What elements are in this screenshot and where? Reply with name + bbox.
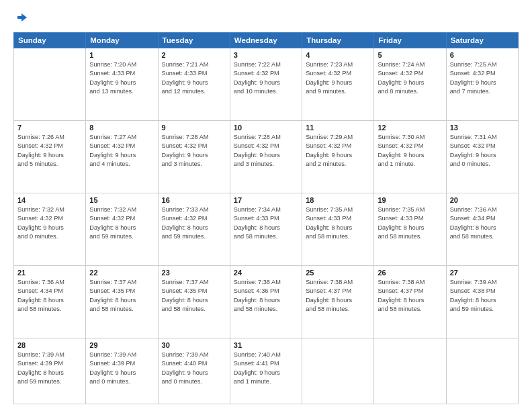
sunrise-text: Sunrise: 7:27 AM <box>89 134 136 140</box>
calendar-cell: 10Sunrise: 7:28 AMSunset: 4:32 PMDayligh… <box>230 120 302 193</box>
sunrise-text: Sunrise: 7:28 AM <box>234 134 281 140</box>
weekday-header-wednesday: Wednesday <box>230 33 302 48</box>
day-info: Sunrise: 7:25 AMSunset: 4:32 PMDaylight:… <box>450 60 515 96</box>
day-number: 19 <box>378 196 442 204</box>
calendar-cell: 26Sunrise: 7:38 AMSunset: 4:37 PMDayligh… <box>374 265 446 338</box>
daylight-text: Daylight: 8 hours <box>17 369 64 376</box>
calendar-cell: 31Sunrise: 7:40 AMSunset: 4:41 PMDayligh… <box>230 338 302 404</box>
sunset-text: Sunset: 4:32 PM <box>306 142 351 149</box>
daylight-text: Daylight: 8 hours <box>450 297 496 304</box>
day-number: 20 <box>450 196 515 204</box>
daylight-text: Daylight: 9 hours <box>89 152 136 158</box>
calendar-cell: 6Sunrise: 7:25 AMSunset: 4:32 PMDaylight… <box>446 48 518 121</box>
day-info: Sunrise: 7:39 AMSunset: 4:40 PMDaylight:… <box>162 351 226 386</box>
sunrise-text: Sunrise: 7:39 AM <box>17 351 64 358</box>
sunset-text: Sunset: 4:33 PM <box>162 70 208 77</box>
day-info: Sunrise: 7:29 AMSunset: 4:32 PMDaylight:… <box>306 133 370 169</box>
daylight-minutes-text: and 59 minutes. <box>89 233 133 240</box>
weekday-header-monday: Monday <box>86 33 158 48</box>
sunset-text: Sunset: 4:35 PM <box>162 287 208 294</box>
calendar-cell: 24Sunrise: 7:38 AMSunset: 4:36 PMDayligh… <box>230 265 302 338</box>
sunset-text: Sunset: 4:32 PM <box>234 70 279 77</box>
day-info: Sunrise: 7:39 AMSunset: 4:39 PMDaylight:… <box>17 351 82 386</box>
sunset-text: Sunset: 4:32 PM <box>17 142 63 149</box>
day-number: 4 <box>306 51 370 59</box>
day-number: 15 <box>89 196 154 204</box>
day-number: 23 <box>162 269 226 277</box>
calendar-cell: 4Sunrise: 7:23 AMSunset: 4:32 PMDaylight… <box>302 48 374 121</box>
svg-marker-0 <box>17 13 27 21</box>
daylight-text: Daylight: 8 hours <box>234 224 280 231</box>
sunset-text: Sunset: 4:32 PM <box>162 142 208 149</box>
daylight-text: Daylight: 9 hours <box>450 79 496 86</box>
sunrise-text: Sunrise: 7:25 AM <box>450 61 497 68</box>
calendar-cell <box>446 338 518 404</box>
daylight-minutes-text: and 0 minutes. <box>162 378 202 385</box>
sunrise-text: Sunrise: 7:39 AM <box>450 279 497 285</box>
day-info: Sunrise: 7:28 AMSunset: 4:32 PMDaylight:… <box>162 133 226 169</box>
sunrise-text: Sunrise: 7:32 AM <box>89 206 136 213</box>
calendar-week-row: 7Sunrise: 7:26 AMSunset: 4:32 PMDaylight… <box>14 120 519 193</box>
daylight-minutes-text: and 58 minutes. <box>450 233 494 240</box>
day-number: 11 <box>306 124 370 132</box>
weekday-header-saturday: Saturday <box>446 33 518 48</box>
day-info: Sunrise: 7:38 AMSunset: 4:37 PMDaylight:… <box>378 278 442 314</box>
calendar-week-row: 14Sunrise: 7:32 AMSunset: 4:32 PMDayligh… <box>14 193 519 265</box>
day-number: 28 <box>17 341 82 349</box>
daylight-minutes-text: and 0 minutes. <box>89 378 130 385</box>
calendar-cell: 30Sunrise: 7:39 AMSunset: 4:40 PMDayligh… <box>158 338 230 404</box>
day-info: Sunrise: 7:20 AMSunset: 4:33 PMDaylight:… <box>89 60 154 96</box>
calendar-week-row: 28Sunrise: 7:39 AMSunset: 4:39 PMDayligh… <box>14 338 519 404</box>
day-info: Sunrise: 7:37 AMSunset: 4:35 PMDaylight:… <box>89 278 154 314</box>
day-number: 2 <box>162 51 226 59</box>
daylight-minutes-text: and 0 minutes. <box>17 233 58 240</box>
sunrise-text: Sunrise: 7:31 AM <box>450 134 497 140</box>
calendar-cell: 8Sunrise: 7:27 AMSunset: 4:32 PMDaylight… <box>86 120 158 193</box>
daylight-minutes-text: and 2 minutes. <box>306 161 346 167</box>
day-info: Sunrise: 7:38 AMSunset: 4:37 PMDaylight:… <box>306 278 370 314</box>
sunrise-text: Sunrise: 7:24 AM <box>378 61 425 68</box>
sunset-text: Sunset: 4:32 PM <box>89 215 135 222</box>
weekday-header-thursday: Thursday <box>302 33 374 48</box>
day-info: Sunrise: 7:32 AMSunset: 4:32 PMDaylight:… <box>17 205 82 241</box>
calendar-cell: 15Sunrise: 7:32 AMSunset: 4:32 PMDayligh… <box>86 193 158 265</box>
sunrise-text: Sunrise: 7:23 AM <box>306 61 353 68</box>
daylight-text: Daylight: 9 hours <box>234 152 280 158</box>
sunrise-text: Sunrise: 7:22 AM <box>234 61 281 68</box>
daylight-minutes-text: and 4 minutes. <box>89 161 130 167</box>
calendar-cell: 29Sunrise: 7:39 AMSunset: 4:39 PMDayligh… <box>86 338 158 404</box>
day-number: 1 <box>89 51 154 59</box>
sunset-text: Sunset: 4:32 PM <box>450 142 496 149</box>
calendar-page: SundayMondayTuesdayWednesdayThursdayFrid… <box>0 0 532 411</box>
sunset-text: Sunset: 4:39 PM <box>89 360 135 367</box>
daylight-text: Daylight: 8 hours <box>89 297 136 304</box>
sunrise-text: Sunrise: 7:36 AM <box>17 279 64 285</box>
day-info: Sunrise: 7:37 AMSunset: 4:35 PMDaylight:… <box>162 278 226 314</box>
day-info: Sunrise: 7:39 AMSunset: 4:39 PMDaylight:… <box>89 351 154 386</box>
day-info: Sunrise: 7:24 AMSunset: 4:32 PMDaylight:… <box>378 60 442 96</box>
sunset-text: Sunset: 4:34 PM <box>17 287 63 294</box>
calendar-cell: 13Sunrise: 7:31 AMSunset: 4:32 PMDayligh… <box>446 120 518 193</box>
calendar-cell: 11Sunrise: 7:29 AMSunset: 4:32 PMDayligh… <box>302 120 374 193</box>
calendar-cell: 25Sunrise: 7:38 AMSunset: 4:37 PMDayligh… <box>302 265 374 338</box>
sunset-text: Sunset: 4:33 PM <box>89 70 135 77</box>
daylight-text: Daylight: 8 hours <box>378 297 424 304</box>
daylight-minutes-text: and 1 minute. <box>378 161 415 167</box>
sunset-text: Sunset: 4:38 PM <box>450 287 496 294</box>
day-number: 16 <box>162 196 226 204</box>
daylight-minutes-text: and 10 minutes. <box>234 88 277 95</box>
day-number: 26 <box>378 269 442 277</box>
sunset-text: Sunset: 4:41 PM <box>234 360 279 367</box>
sunset-text: Sunset: 4:33 PM <box>234 215 279 222</box>
daylight-text: Daylight: 9 hours <box>234 79 280 86</box>
day-info: Sunrise: 7:35 AMSunset: 4:33 PMDaylight:… <box>306 205 370 241</box>
daylight-minutes-text: and 58 minutes. <box>306 306 349 312</box>
calendar-cell: 7Sunrise: 7:26 AMSunset: 4:32 PMDaylight… <box>14 120 86 193</box>
day-number: 5 <box>378 51 442 59</box>
daylight-text: Daylight: 9 hours <box>89 79 136 86</box>
day-number: 12 <box>378 124 442 132</box>
daylight-minutes-text: and 58 minutes. <box>234 306 277 312</box>
sunrise-text: Sunrise: 7:29 AM <box>306 134 353 140</box>
day-info: Sunrise: 7:26 AMSunset: 4:32 PMDaylight:… <box>17 133 82 169</box>
day-number: 24 <box>234 269 298 277</box>
